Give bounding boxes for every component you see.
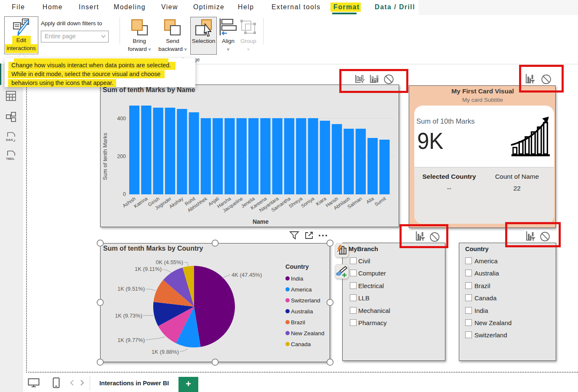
svg-text:DAX: DAX [6, 138, 13, 142]
svg-text:Soniya: Soniya [300, 196, 315, 208]
svg-text:Shreya: Shreya [288, 196, 304, 209]
svg-text:200: 200 [117, 154, 126, 159]
svg-text:Sumit: Sumit [374, 196, 387, 207]
svg-text:Name: Name [253, 218, 269, 225]
svg-text:TMDL: TMDL [6, 157, 15, 161]
svg-text:0: 0 [123, 191, 126, 197]
svg-text:Sum of tenth Marks: Sum of tenth Marks [102, 132, 108, 180]
svg-text:400: 400 [117, 116, 126, 122]
svg-text:Katrina: Katrina [133, 196, 149, 209]
